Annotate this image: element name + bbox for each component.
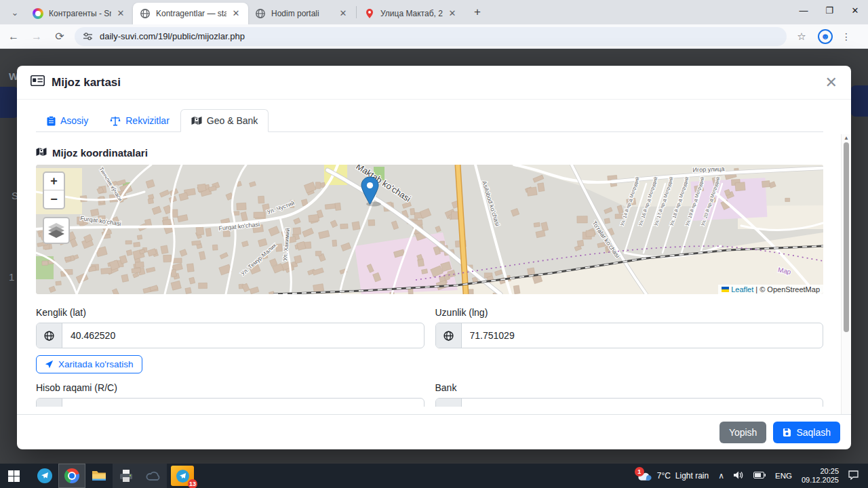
tab-asosiy[interactable]: Asosiy	[36, 109, 99, 132]
globe-icon	[436, 323, 462, 348]
browser-tab-2-active[interactable]: Kontragentlar — stacked moda ✕	[133, 3, 248, 24]
map-building	[335, 203, 341, 210]
tab-search-chevron-icon[interactable]: ⌄	[5, 3, 24, 22]
language-indicator[interactable]: ENG	[775, 472, 792, 480]
tab-close-icon[interactable]: ✕	[338, 8, 349, 19]
tab-title: Контрагенты - Smartup	[49, 9, 111, 18]
tab-close-icon[interactable]: ✕	[447, 8, 458, 19]
map-building	[161, 245, 168, 254]
smartup-swirl-icon	[33, 8, 43, 19]
lng-input[interactable]	[462, 323, 823, 348]
globe-icon	[140, 8, 151, 19]
menu-kebab-icon[interactable]: ⋮	[840, 31, 853, 42]
start-button[interactable]	[0, 464, 27, 488]
mijoz-kartasi-modal: Mijoz kartasi ✕ Asosiy Rekvizitlar	[17, 66, 851, 449]
url-bar[interactable]: daily-suvi.com/19l/public/mijozlar.php	[75, 27, 787, 46]
layers-icon	[48, 223, 64, 238]
restore-button[interactable]: ❐	[816, 0, 842, 20]
modal-footer: Yopish Saqlash	[17, 414, 851, 449]
show-on-map-button[interactable]: Xaritada ko'rsatish	[36, 355, 142, 373]
map-building	[65, 257, 71, 261]
map-building	[192, 241, 201, 245]
lat-input[interactable]	[62, 323, 424, 348]
map-building	[185, 287, 191, 293]
map-building	[294, 256, 302, 264]
tab-title: Улица Мактаб, 28 — Яндекс К	[380, 9, 443, 18]
forward-icon[interactable]: →	[27, 27, 46, 46]
map-building	[422, 269, 428, 274]
weather-badge: 1	[635, 467, 644, 476]
taskbar-cloud-app[interactable]	[140, 464, 167, 488]
back-icon[interactable]: ←	[4, 27, 23, 46]
behind-text-fragment: 1	[9, 271, 14, 283]
taskbar-telegram[interactable]	[31, 464, 58, 488]
toolbar-right: ☆ ☻ ⋮	[792, 29, 853, 44]
scrollbar-thumb[interactable]	[844, 142, 849, 332]
map-building	[735, 182, 745, 191]
action-center-icon[interactable]	[848, 470, 859, 482]
modal-close-icon[interactable]: ✕	[825, 75, 837, 90]
taskbar-print-app[interactable]	[113, 464, 140, 488]
scroll-up-icon[interactable]: ▲	[842, 134, 851, 142]
tab-rekvizitlar[interactable]: Rekvizitlar	[99, 109, 180, 132]
modal-body: Asosiy Rekvizitlar Geo & Bank M	[17, 100, 851, 414]
tab-close-icon[interactable]: ✕	[115, 8, 126, 19]
account-label: Hisob raqami (R/C)	[36, 382, 425, 393]
account-input[interactable]	[62, 399, 424, 407]
map-building	[332, 240, 337, 247]
map-building	[762, 181, 770, 188]
tab-geo-bank[interactable]: Geo & Bank	[180, 109, 269, 132]
taskbar: 13 1 7°C Light rain ∧ ENG 20:25	[0, 464, 868, 488]
browser-tab-4[interactable]: Улица Мактаб, 28 — Яндекс К ✕	[357, 3, 465, 24]
profile-avatar[interactable]: ☻	[818, 29, 833, 44]
reload-icon[interactable]: ⟳	[50, 27, 69, 46]
section-title: Mijoz koordinatalari	[36, 147, 823, 159]
bank-input[interactable]	[462, 399, 823, 407]
leaflet-map[interactable]: Maktab ko'chasiFurqat ko'chasiFurqat ko'…	[36, 165, 823, 294]
tab-close-icon[interactable]: ✕	[231, 8, 241, 19]
modal-scrollbar[interactable]: ▲ ▼	[841, 134, 850, 414]
browser-tabstrip: ⌄ Контрагенты - Smartup ✕ Kontragentlar …	[0, 0, 868, 24]
taskbar-file-explorer[interactable]	[85, 464, 113, 488]
map-building	[212, 245, 218, 250]
map-building	[577, 216, 587, 223]
map-building	[538, 183, 545, 192]
lng-label: Uzunlik (lng)	[435, 307, 824, 318]
taskbar-chrome-active[interactable]	[58, 464, 85, 488]
save-button[interactable]: Saqlash	[773, 422, 840, 443]
floppy-icon	[783, 428, 791, 436]
taskbar-messenger[interactable]: 13	[167, 464, 198, 488]
show-on-map-label: Xaritada ko'rsatish	[58, 359, 134, 369]
zoom-out-button[interactable]: −	[44, 190, 64, 208]
battery-icon[interactable]	[753, 471, 766, 481]
taskbar-clock[interactable]: 20:25 09.12.2025	[802, 467, 839, 485]
tab-label: Rekvizitlar	[125, 115, 170, 126]
map-building	[527, 268, 534, 274]
minimize-button[interactable]: —	[791, 0, 816, 20]
browser-tab-1[interactable]: Контрагенты - Smartup ✕	[26, 3, 133, 24]
bookmark-star-icon[interactable]: ☆	[792, 30, 811, 43]
map-building	[534, 222, 540, 227]
bank-label: Bank	[435, 382, 824, 393]
close-button[interactable]: Yopish	[719, 422, 767, 443]
map-building	[163, 255, 172, 262]
taskbar-weather[interactable]: 1 7°C Light rain	[637, 470, 709, 481]
close-window-button[interactable]: ✕	[842, 0, 868, 20]
bank-input-group	[435, 398, 824, 407]
browser-tab-3[interactable]: Hodim portali ✕	[248, 3, 355, 24]
map-location-icon	[36, 147, 47, 159]
tab-label: Asosiy	[60, 115, 88, 126]
zoom-in-button[interactable]: +	[44, 173, 64, 190]
location-arrow-icon	[45, 360, 54, 369]
account-input-group	[36, 398, 425, 407]
map-building	[121, 274, 129, 283]
globe-icon	[37, 323, 62, 348]
modal-tabs: Asosiy Rekvizitlar Geo & Bank	[36, 109, 823, 132]
map-building	[125, 241, 132, 244]
new-tab-button[interactable]: +	[469, 3, 486, 21]
leaflet-link[interactable]: Leaflet	[731, 285, 753, 293]
site-settings-icon[interactable]	[83, 31, 93, 41]
volume-icon[interactable]	[734, 471, 744, 481]
map-layers-control[interactable]	[43, 217, 70, 244]
tray-expand-chevron-icon[interactable]: ∧	[718, 471, 724, 481]
